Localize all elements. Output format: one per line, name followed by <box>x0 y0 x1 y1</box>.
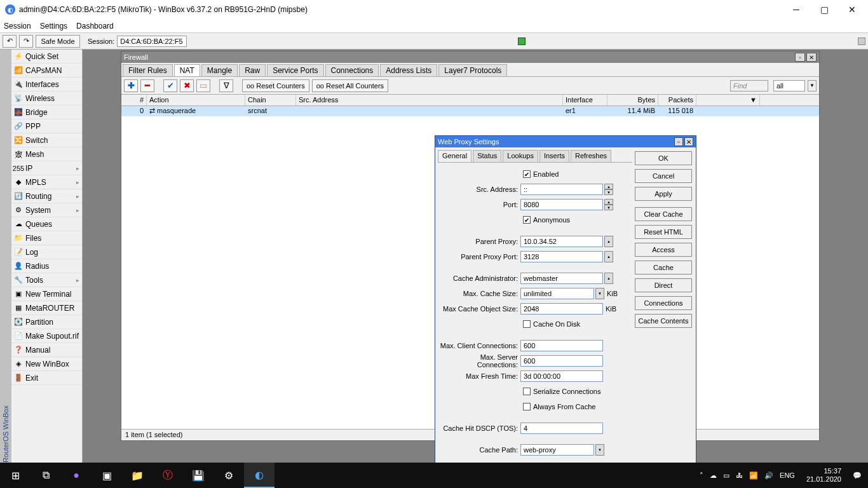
direct-button[interactable]: Direct <box>635 278 692 292</box>
maxsrv-input[interactable]: 600 <box>520 355 603 367</box>
tab-mangle[interactable]: Mangle <box>201 64 238 76</box>
tab-raw[interactable]: Raw <box>239 64 266 76</box>
tab-service-ports[interactable]: Service Ports <box>267 64 323 76</box>
sidebar-item-new-winbox[interactable]: ◈New WinBox <box>11 357 82 371</box>
path-dd[interactable]: ▼ <box>595 444 604 456</box>
fresh-input[interactable]: 3d 00:00:00 <box>520 370 603 382</box>
maxcli-input[interactable]: 600 <box>520 340 603 351</box>
sidebar-item-manual[interactable]: ❓Manual <box>11 343 82 357</box>
redo-button[interactable]: ↷ <box>19 35 33 48</box>
sidebar-item-bridge[interactable]: 🌉Bridge <box>11 105 82 119</box>
remove-button[interactable]: ━ <box>140 79 154 92</box>
dscp-input[interactable]: 4 <box>520 423 603 434</box>
proxy-tab-status[interactable]: Status <box>473 150 501 162</box>
minimize-button[interactable]: ─ <box>788 4 804 15</box>
proxy-restore-button[interactable]: ▫ <box>674 137 683 146</box>
settings-icon[interactable]: ⚙ <box>214 463 244 488</box>
admin-input[interactable]: webmaster <box>520 273 603 284</box>
port-spinner[interactable]: ▲▼ <box>604 199 613 210</box>
firewall-close-button[interactable]: ✕ <box>806 53 817 62</box>
firewall-restore-button[interactable]: ▫ <box>795 53 805 62</box>
cache-contents-button[interactable]: Cache Contents <box>635 314 692 328</box>
parent-collapse[interactable]: ▲ <box>604 236 613 247</box>
sidebar-item-new-terminal[interactable]: ▣New Terminal <box>11 287 82 301</box>
anonymous-checkbox[interactable]: ✔ <box>523 216 531 224</box>
close-button[interactable]: ✕ <box>844 4 860 15</box>
tray-network-icon[interactable]: 🖧 <box>736 471 743 479</box>
filter-button[interactable]: ∇ <box>219 79 233 92</box>
terminal-icon[interactable]: ▣ <box>92 463 122 488</box>
proxy-tab-lookups[interactable]: Lookups <box>503 150 538 162</box>
sidebar-item-interfaces[interactable]: 🔌Interfaces <box>11 78 82 92</box>
sidebar-item-make-supout-rif[interactable]: 📄Make Supout.rif <box>11 329 82 343</box>
table-row[interactable]: 0 ⇄ masquerade srcnat er1 11.4 MiB 115 0… <box>121 106 819 116</box>
sidebar-item-ip[interactable]: 255IP▸ <box>11 161 82 175</box>
col-interface[interactable]: Interface <box>563 95 607 105</box>
sidebar-item-exit[interactable]: 🚪Exit <box>11 371 82 385</box>
admin-collapse[interactable]: ▲ <box>604 273 613 284</box>
sidebar-item-system[interactable]: ⚙System▸ <box>11 203 82 217</box>
firewall-titlebar[interactable]: Firewall ▫ ✕ <box>121 51 819 63</box>
port-input[interactable]: 8080 <box>520 199 603 210</box>
sidebar-item-mesh[interactable]: 🕸Mesh <box>11 147 82 161</box>
proxy-close-button[interactable]: ✕ <box>684 137 693 146</box>
disable-button[interactable]: ✖ <box>180 79 194 92</box>
sidebar-item-quick-set[interactable]: ⚡Quick Set <box>11 50 82 64</box>
src-address-input[interactable]: :: <box>520 184 603 195</box>
filter-dropdown[interactable]: all <box>773 80 805 92</box>
sidebar-item-switch[interactable]: 🔀Switch <box>11 133 82 147</box>
always-checkbox[interactable] <box>523 403 531 410</box>
enable-button[interactable]: ✔ <box>163 79 177 92</box>
filter-dropdown-arrow-icon[interactable]: ▼ <box>808 80 817 92</box>
tab-address-lists[interactable]: Address Lists <box>380 64 437 76</box>
col-menu[interactable]: ▼ <box>696 95 760 105</box>
tray-volume-icon[interactable]: 🔊 <box>764 471 773 480</box>
sidebar-item-queues[interactable]: ☁Queues <box>11 217 82 231</box>
path-input[interactable]: web-proxy <box>520 444 594 456</box>
tray-wifi-icon[interactable]: 📶 <box>749 471 758 480</box>
sidebar-item-files[interactable]: 📁Files <box>11 231 82 245</box>
sidebar-item-log[interactable]: 📝Log <box>11 245 82 259</box>
undo-button[interactable]: ↶ <box>3 35 17 48</box>
tray-cloud-icon[interactable]: ☁ <box>710 471 717 480</box>
menu-dashboard[interactable]: Dashboard <box>76 22 114 30</box>
menu-settings[interactable]: Settings <box>40 22 67 30</box>
sidebar-item-wireless[interactable]: 📡Wireless <box>11 92 82 105</box>
yandex-icon[interactable]: Ⓨ <box>153 463 183 488</box>
sidebar-item-capsman[interactable]: 📶CAPsMAN <box>11 64 82 78</box>
comment-button[interactable]: ▭ <box>196 79 210 92</box>
sidebar-item-metarouter[interactable]: ▦MetaROUTER <box>11 301 82 315</box>
sidebar-item-tools[interactable]: 🔧Tools▸ <box>11 273 82 287</box>
src-spinner[interactable]: ▲▼ <box>604 184 613 195</box>
reset-html-button[interactable]: Reset HTML <box>635 225 692 239</box>
clear-cache-button[interactable]: Clear Cache <box>635 207 692 221</box>
sidebar-item-radius[interactable]: 👤Radius <box>11 259 82 273</box>
reset-counters-button[interactable]: oo Reset Counters <box>242 79 309 92</box>
maxobj-input[interactable]: 2048 <box>520 303 603 315</box>
ondisk-checkbox[interactable] <box>523 320 531 328</box>
explorer-icon[interactable]: 📁 <box>122 463 153 488</box>
cache-button[interactable]: Cache <box>635 261 692 274</box>
sidebar-item-routing[interactable]: 🔃Routing▸ <box>11 189 82 203</box>
start-button[interactable]: ⊞ <box>0 463 31 488</box>
proxy-tab-inserts[interactable]: Inserts <box>539 150 569 162</box>
taskview-icon[interactable]: ⧉ <box>31 463 61 488</box>
sidebar-item-ppp[interactable]: 🔗PPP <box>11 119 82 133</box>
add-button[interactable]: ✚ <box>124 79 138 92</box>
maxcache-dd[interactable]: ▼ <box>595 288 604 299</box>
proxy-titlebar[interactable]: Web Proxy Settings ▫ ✕ <box>435 136 696 147</box>
sidebar-item-mpls[interactable]: ◆MPLS▸ <box>11 175 82 189</box>
col-src[interactable]: Src. Address <box>296 95 563 105</box>
col-bytes[interactable]: Bytes <box>607 95 658 105</box>
tray-chevron-icon[interactable]: ˄ <box>700 471 703 480</box>
parent-proxy-input[interactable]: 10.0.34.52 <box>520 236 603 247</box>
enabled-checkbox[interactable]: ✔ <box>523 170 531 178</box>
winbox-task-icon[interactable]: ◐ <box>244 463 275 488</box>
save-icon[interactable]: 💾 <box>183 463 214 488</box>
connections-button[interactable]: Connections <box>635 296 692 310</box>
maxcache-input[interactable]: unlimited <box>520 288 594 299</box>
find-input[interactable]: Find <box>730 80 768 92</box>
tab-nat[interactable]: NAT <box>174 64 200 76</box>
col-num[interactable]: # <box>121 95 147 105</box>
browser-icon[interactable]: ● <box>61 463 92 488</box>
